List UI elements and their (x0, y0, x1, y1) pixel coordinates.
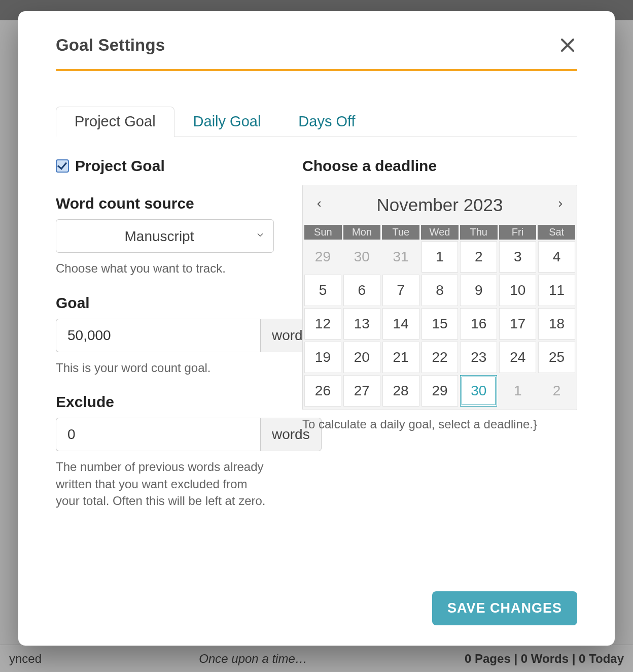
calendar-day[interactable]: 9 (460, 275, 497, 306)
calendar-weekday: Wed (421, 225, 459, 240)
calendar-weekday: Mon (343, 225, 381, 240)
close-button[interactable] (558, 36, 577, 57)
calendar-day: 31 (382, 241, 419, 273)
calendar-day[interactable]: 7 (382, 275, 419, 306)
calendar-month-label: November 2023 (335, 195, 544, 215)
project-goal-toggle-row: Project Goal (56, 157, 274, 175)
calendar-day[interactable]: 12 (304, 308, 341, 340)
calendar-day[interactable]: 26 (304, 375, 341, 407)
calendar-day[interactable]: 14 (382, 308, 419, 340)
calendar-day: 29 (304, 241, 341, 273)
exclude-field: Exclude words The number of previous wor… (56, 393, 274, 510)
modal-content: Project Goal Word count source Manuscrip… (56, 137, 577, 591)
right-column: Choose a deadline November 2023 (302, 157, 577, 591)
calendar-day[interactable]: 4 (538, 241, 575, 273)
calendar-day[interactable]: 19 (304, 342, 341, 373)
calendar-day[interactable]: 11 (538, 275, 575, 306)
calendar-day[interactable]: 10 (499, 275, 536, 306)
calendar-day: 1 (499, 375, 536, 407)
goal-help: This is your word count goal. (56, 359, 274, 377)
tabs: Project Goal Daily Goal Days Off (56, 107, 577, 137)
calendar-weekday: Tue (382, 225, 419, 240)
modal-header: Goal Settings (56, 36, 577, 57)
calendar-day[interactable]: 5 (304, 275, 341, 306)
calendar-day[interactable]: 22 (421, 342, 459, 373)
calendar-weekday: Sat (538, 225, 575, 240)
calendar-day[interactable]: 3 (499, 241, 536, 273)
calendar-day[interactable]: 24 (499, 342, 536, 373)
calendar-day[interactable]: 2 (460, 241, 497, 273)
project-goal-checkbox[interactable] (56, 159, 69, 173)
calendar-day[interactable]: 20 (343, 342, 380, 373)
calendar-day: 2 (538, 375, 575, 407)
word-count-source-label: Word count source (56, 195, 274, 212)
calendar-day[interactable]: 13 (343, 308, 380, 340)
calendar-day[interactable]: 8 (421, 275, 459, 306)
tab-daily-goal[interactable]: Daily Goal (174, 107, 280, 137)
calendar-day[interactable]: 25 (538, 342, 575, 373)
calendar-day[interactable]: 28 (382, 375, 419, 407)
calendar-day[interactable]: 23 (460, 342, 497, 373)
modal-title: Goal Settings (56, 36, 165, 55)
word-count-source-help: Choose what you want to track. (56, 260, 274, 277)
goal-label: Goal (56, 294, 274, 312)
exclude-help: The number of previous words already wri… (56, 458, 274, 510)
calendar-grid: 2930311234567891011121314151617181920212… (303, 240, 577, 410)
calendar-day[interactable]: 27 (343, 375, 380, 407)
calendar-day[interactable]: 6 (343, 275, 380, 306)
exclude-input[interactable] (56, 418, 260, 451)
close-icon (558, 48, 577, 56)
calendar-next-button[interactable] (544, 199, 577, 211)
calendar: November 2023 SunMonTueWedThuFriSat 2930… (302, 185, 577, 410)
calendar-day[interactable]: 30 (460, 375, 497, 407)
calendar-day[interactable]: 15 (421, 308, 459, 340)
calendar-weekdays: SunMonTueWedThuFriSat (303, 225, 577, 240)
calendar-day[interactable]: 1 (421, 241, 459, 273)
calendar-weekday: Fri (499, 225, 537, 240)
left-column: Project Goal Word count source Manuscrip… (56, 157, 274, 591)
goal-field: Goal words This is your word count goal. (56, 294, 274, 377)
calendar-weekday: Sun (304, 225, 342, 240)
chevron-left-icon (314, 199, 324, 211)
chevron-right-icon (556, 199, 565, 211)
accent-divider (56, 69, 577, 71)
modal-footer: SAVE CHANGES (56, 591, 577, 625)
project-goal-checkbox-label: Project Goal (75, 157, 165, 175)
save-changes-button[interactable]: SAVE CHANGES (432, 591, 577, 625)
calendar-day[interactable]: 16 (460, 308, 497, 340)
calendar-header: November 2023 (303, 185, 577, 225)
calendar-day[interactable]: 18 (538, 308, 575, 340)
deadline-help: To calculate a daily goal, select a dead… (302, 417, 577, 431)
calendar-day[interactable]: 21 (382, 342, 419, 373)
word-count-source-select[interactable]: Manuscript (56, 219, 274, 253)
goal-settings-modal: Goal Settings Project Goal Daily Goal Da… (18, 11, 615, 646)
calendar-weekday: Thu (460, 225, 498, 240)
exclude-label: Exclude (56, 393, 274, 411)
tab-project-goal[interactable]: Project Goal (56, 107, 174, 137)
word-count-source-field: Word count source Manuscript Choose what… (56, 195, 274, 277)
calendar-day: 30 (343, 241, 380, 273)
goal-input[interactable] (56, 319, 260, 352)
calendar-day[interactable]: 29 (421, 375, 459, 407)
deadline-label: Choose a deadline (302, 157, 577, 175)
calendar-prev-button[interactable] (303, 199, 335, 211)
calendar-day[interactable]: 17 (499, 308, 536, 340)
tab-days-off[interactable]: Days Off (279, 107, 374, 137)
